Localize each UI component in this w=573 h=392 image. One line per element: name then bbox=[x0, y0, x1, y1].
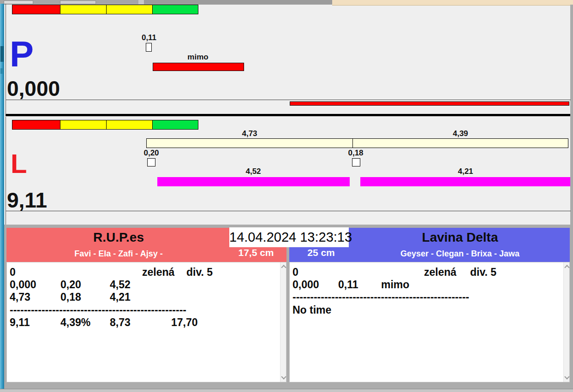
l-progress-strip bbox=[6, 211, 571, 225]
colorbar-yellow-segment bbox=[60, 120, 107, 130]
split-value: 0,20 bbox=[60, 279, 81, 291]
run-panel-p: P 0,11 mimo 0,000 bbox=[6, 4, 571, 114]
split-value: 0,11 bbox=[338, 279, 358, 291]
split-label-1-bottom: 4,52 bbox=[245, 167, 261, 176]
background-edge-mark bbox=[0, 46, 4, 62]
result-textbox-left: 0 zelená div. 5 0,000 0,20 4,52 4,73 0,1… bbox=[6, 262, 286, 382]
progress-bar-thin bbox=[290, 101, 569, 106]
total-time: 9,11 bbox=[10, 316, 30, 329]
separator-dashes: ----------------------------------------… bbox=[10, 304, 186, 316]
team-title: R.U.P.es bbox=[93, 230, 144, 245]
split-value: 0,000 bbox=[292, 279, 319, 291]
run-panel-l: 4,73 4,39 0,20 0,18 4,52 4,21 L 9,11 bbox=[6, 117, 571, 225]
background-edge-mark bbox=[0, 68, 4, 74]
mimo-label: mimo bbox=[187, 53, 208, 62]
combined-time: 17,70 bbox=[171, 316, 198, 329]
division-value: div. 5 bbox=[186, 266, 213, 279]
changeover-time-label-2: 0,18 bbox=[348, 148, 363, 158]
status-colorbar bbox=[12, 5, 198, 14]
changeover-checkbox-2[interactable] bbox=[352, 158, 360, 166]
colorbar-yellow-segment bbox=[107, 120, 153, 130]
status-colorbar bbox=[12, 120, 198, 130]
results-area: R.U.P.es Favi - Ela - Zafi - Ajsy - 17,5… bbox=[4, 225, 570, 389]
team-panel-left: R.U.P.es Favi - Ela - Zafi - Ajsy - 17,5… bbox=[6, 228, 286, 382]
p-progress-strip bbox=[6, 100, 571, 114]
changeover-checkbox-1[interactable] bbox=[147, 158, 155, 166]
split-value: 0,000 bbox=[10, 279, 36, 291]
colorbar-yellow-segment bbox=[60, 5, 107, 14]
net-time: 8,73 bbox=[110, 316, 131, 329]
split-label-2-bottom: 4,21 bbox=[458, 167, 473, 176]
faults-value: 0 bbox=[292, 266, 298, 279]
no-time-label: No time bbox=[292, 304, 331, 316]
split-label-1-top: 4,73 bbox=[242, 129, 257, 138]
colorbar-green-segment bbox=[153, 120, 198, 130]
colorbar-red-segment bbox=[12, 120, 60, 130]
timestamp-box: 14.04.2024 13:23:13 bbox=[229, 227, 349, 247]
result-textbox-right: 0 zelená div. 5 0,000 0,11 mimo --------… bbox=[289, 262, 570, 382]
course-letter-p: P bbox=[10, 36, 34, 72]
chevron-down-icon[interactable] bbox=[564, 374, 569, 379]
team-members: Favi - Ela - Zafi - Ajsy - bbox=[74, 249, 162, 259]
split-time-bar-bottom-2 bbox=[360, 177, 570, 186]
p-time-value: 0,000 bbox=[7, 78, 60, 99]
category-badge: 17,5 cm bbox=[238, 247, 274, 258]
split-value: 4,21 bbox=[110, 291, 131, 303]
chevron-down-icon[interactable] bbox=[281, 374, 286, 379]
split-value: mimo bbox=[381, 279, 409, 291]
category-badge: 25 cm bbox=[307, 247, 335, 258]
l-time-value: 9,11 bbox=[7, 190, 47, 211]
team-members: Geyser - Clegan - Brixa - Jawa bbox=[400, 249, 519, 259]
team-title: Lavina Delta bbox=[422, 230, 498, 245]
split-bar-divider bbox=[352, 139, 353, 148]
color-value: zelená bbox=[142, 266, 174, 279]
mimo-bar bbox=[153, 63, 244, 71]
faults-value: 0 bbox=[10, 266, 16, 279]
split-value: 4,52 bbox=[110, 279, 131, 291]
changeover-time-label-1: 0,20 bbox=[143, 148, 159, 158]
split-time-bar-bottom-1 bbox=[157, 177, 350, 186]
division-value: div. 5 bbox=[470, 266, 496, 279]
colorbar-yellow-segment bbox=[107, 5, 153, 14]
fault-time-label: 0,11 bbox=[142, 33, 156, 42]
split-value: 4,73 bbox=[10, 291, 30, 303]
vertical-scrollbar[interactable] bbox=[280, 262, 286, 382]
vertical-scrollbar[interactable] bbox=[563, 262, 569, 382]
color-value: zelená bbox=[424, 266, 456, 279]
split-label-2-top: 4,39 bbox=[453, 129, 468, 138]
colorbar-red-segment bbox=[12, 5, 60, 14]
fault-percent: 4,39% bbox=[60, 316, 90, 329]
window-bottom-border bbox=[0, 389, 573, 392]
split-value: 0,18 bbox=[60, 291, 81, 303]
section-divider bbox=[6, 114, 570, 116]
chevron-up-icon[interactable] bbox=[564, 265, 569, 270]
fault-checkbox[interactable] bbox=[146, 43, 152, 52]
chevron-up-icon[interactable] bbox=[281, 265, 286, 270]
separator-dashes: ----------------------------------------… bbox=[292, 291, 469, 303]
colorbar-green-segment bbox=[153, 5, 198, 14]
app-window: P 0,11 mimo 0,000 4,73 4,39 0,20 0,18 4,… bbox=[0, 0, 573, 392]
course-letter-l: L bbox=[11, 150, 27, 177]
split-time-bar-top bbox=[146, 138, 568, 148]
background-scrollbar-edge bbox=[0, 4, 4, 392]
team-panel-right: Lavina Delta Geyser - Clegan - Brixa - J… bbox=[289, 228, 570, 382]
